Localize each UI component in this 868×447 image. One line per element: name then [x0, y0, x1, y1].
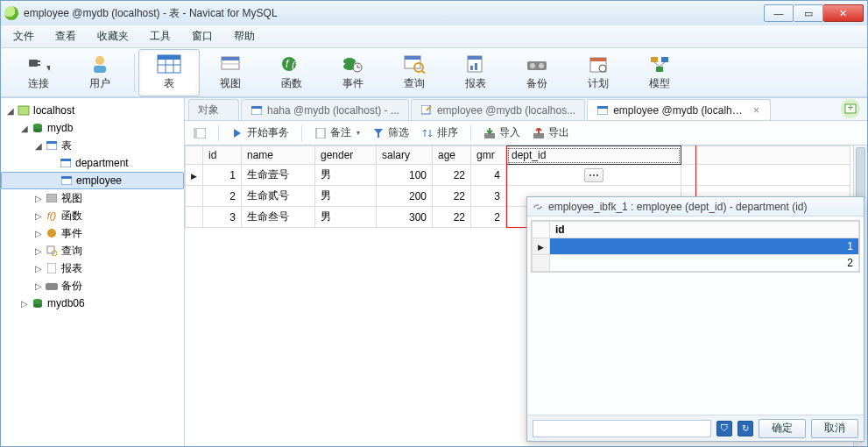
cell-gmr[interactable]: 2 — [471, 207, 506, 228]
tool-view[interactable]: 视图 — [200, 49, 261, 96]
popup-filter-icon[interactable]: ⛉ — [716, 421, 732, 436]
col-dept-id[interactable]: dept_id — [506, 146, 681, 165]
menu-file[interactable]: 文件 — [3, 25, 45, 47]
tree-queries[interactable]: ▷查询 — [1, 242, 184, 259]
close-button[interactable]: ✕ — [823, 4, 864, 22]
svg-line-39 — [654, 62, 660, 67]
popup-search-input[interactable] — [533, 420, 711, 437]
tool-report[interactable]: 报表 — [445, 49, 506, 96]
popup-cell[interactable]: 2 — [550, 255, 859, 272]
menu-view[interactable]: 查看 — [45, 25, 87, 47]
grid-row[interactable]: 1 生命壹号 男 100 22 4 ⋯ — [186, 165, 850, 186]
tree-db-mydb[interactable]: ◢mydb — [1, 119, 184, 137]
fk-picker-button[interactable]: ⋯ — [584, 168, 603, 182]
cell-id[interactable]: 2 — [203, 186, 242, 207]
toggle-panel-button[interactable] — [194, 127, 206, 139]
tool-model[interactable]: 模型 — [629, 49, 690, 96]
menu-window[interactable]: 窗口 — [181, 25, 223, 47]
col-gmr[interactable]: gmr — [471, 146, 506, 165]
popup-row[interactable]: 1 — [533, 238, 859, 255]
tool-user[interactable]: 用户 — [69, 49, 131, 96]
cell-gender[interactable]: 男 — [315, 207, 377, 228]
tool-func[interactable]: f(x) 函数 — [261, 49, 322, 96]
tree-events[interactable]: ▷事件 — [1, 224, 184, 242]
user-icon — [88, 53, 112, 74]
sort-button[interactable]: 排序 — [421, 125, 458, 140]
popup-ok-button[interactable]: 确定 — [759, 419, 806, 438]
tree-reports[interactable]: ▷报表 — [1, 259, 184, 277]
tree-db-mydb-label: mydb — [47, 122, 73, 134]
cell-gmr[interactable]: 4 — [471, 165, 506, 186]
scroll-thumb[interactable] — [856, 147, 865, 200]
cell-gender[interactable]: 男 — [315, 186, 377, 207]
grid-header-row: id name gender salary age gmr dept_id — [186, 146, 850, 165]
col-age[interactable]: age — [433, 146, 471, 165]
cell-age[interactable]: 22 — [433, 165, 471, 186]
cell-salary[interactable]: 200 — [377, 186, 433, 207]
tree-tables[interactable]: ◢表 — [1, 137, 184, 154]
cell-name[interactable]: 生命壹号 — [242, 165, 315, 186]
cell-age[interactable]: 22 — [433, 207, 471, 228]
tool-schedule[interactable]: 计划 — [568, 49, 629, 96]
menu-tools[interactable]: 工具 — [139, 25, 181, 47]
maximize-button[interactable]: ▭ — [794, 4, 823, 22]
tree-backups[interactable]: ▷备份 — [1, 277, 184, 294]
tool-backup[interactable]: 备份 — [506, 49, 568, 96]
cell-salary[interactable]: 100 — [377, 165, 433, 186]
tree-host-label: localhost — [33, 104, 74, 117]
export-button[interactable]: 导出 — [533, 125, 569, 140]
cell-gender[interactable]: 男 — [315, 165, 377, 186]
cell-salary[interactable]: 300 — [377, 207, 433, 228]
minimize-button[interactable]: — — [764, 4, 794, 22]
tab-employee-2[interactable]: employee @mydb (localhos...× — [587, 99, 771, 120]
cell-age[interactable]: 22 — [433, 186, 471, 207]
cell-id[interactable]: 1 — [203, 165, 242, 186]
tab-close-icon[interactable]: × — [752, 104, 762, 117]
menu-fav[interactable]: 收藏夹 — [87, 25, 139, 47]
tool-table[interactable]: 表 — [138, 49, 200, 96]
col-name[interactable]: name — [242, 146, 315, 165]
col-empty — [681, 146, 850, 165]
cell-name[interactable]: 生命贰号 — [242, 186, 315, 207]
popup-col-id[interactable]: id — [550, 222, 859, 238]
tab-haha[interactable]: haha @mydb (localhost) - ... — [241, 99, 409, 120]
tree-table-department[interactable]: department — [1, 154, 184, 172]
cell-name[interactable]: 生命叁号 — [242, 207, 315, 228]
col-id[interactable]: id — [203, 146, 242, 165]
memo-button[interactable]: 备注▾ — [314, 125, 360, 140]
col-gender[interactable]: gender — [315, 146, 377, 165]
popup-cancel-button[interactable]: 取消 — [811, 419, 858, 438]
tree-events-label: 事件 — [61, 226, 82, 241]
filter-button[interactable]: 筛选 — [372, 125, 409, 140]
popup-refresh-icon[interactable]: ↻ — [737, 421, 753, 436]
popup-cell[interactable]: 1 — [550, 238, 859, 255]
svg-point-44 — [33, 129, 42, 132]
tool-query[interactable]: 查询 — [384, 49, 445, 96]
view-icon — [218, 53, 243, 74]
popup-row[interactable]: 2 — [533, 255, 859, 272]
svg-rect-50 — [61, 176, 72, 179]
new-tab-button[interactable]: + — [841, 99, 860, 118]
col-salary[interactable]: salary — [377, 146, 433, 165]
begin-transaction-button[interactable]: 开始事务 — [231, 125, 289, 140]
cell-dept-id[interactable]: ⋯ — [506, 165, 681, 186]
plug-icon: ▾ — [26, 53, 51, 74]
popup-table[interactable]: id 1 2 — [531, 220, 860, 273]
table-icon — [59, 157, 73, 169]
tab-objects[interactable]: 对象 — [188, 99, 239, 120]
tool-event[interactable]: 事件 — [322, 49, 384, 96]
import-button[interactable]: 导入 — [483, 125, 520, 140]
tree-table-employee[interactable]: employee — [1, 172, 184, 189]
tab-employee-1[interactable]: employee @mydb (localhos... — [411, 99, 585, 120]
tree-views[interactable]: ▷视图 — [1, 189, 184, 207]
tree-host[interactable]: ◢localhost — [1, 102, 184, 119]
cell-id[interactable]: 3 — [203, 207, 242, 228]
tree-funcs[interactable]: ▷f()函数 — [1, 207, 184, 224]
cell-gmr[interactable]: 3 — [471, 186, 506, 207]
svg-point-4 — [95, 56, 104, 65]
tool-connect[interactable]: ▾ 连接 — [8, 49, 69, 96]
menu-help[interactable]: 帮助 — [223, 25, 265, 47]
main-toolbar: ▾ 连接 用户 表 视图 f(x) 函数 事件 查询 报表 — [1, 48, 867, 97]
tree-db-mydb06[interactable]: ▷mydb06 — [1, 294, 184, 312]
connection-tree[interactable]: ◢localhost ◢mydb ◢表 department employee … — [1, 98, 185, 446]
